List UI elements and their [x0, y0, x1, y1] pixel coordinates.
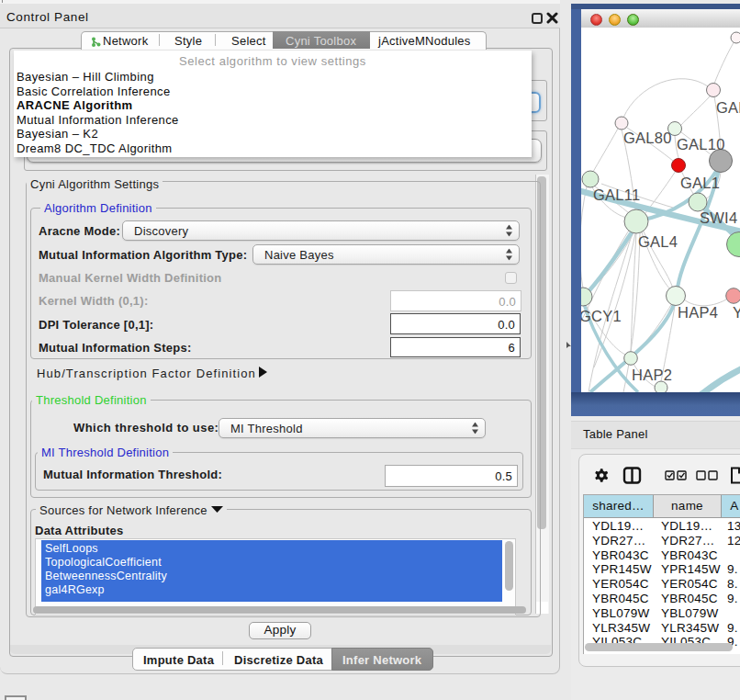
svg-text:HAP2: HAP2 [632, 367, 672, 383]
svg-text:GCY1: GCY1 [581, 308, 622, 324]
svg-text:SWI4: SWI4 [700, 209, 737, 226]
svg-text:GAL4: GAL4 [638, 233, 678, 250]
svg-text:Y: Y [733, 304, 740, 321]
svg-text:GAL: GAL [716, 99, 740, 116]
svg-text:GAL1: GAL1 [680, 175, 720, 191]
svg-text:HAP4: HAP4 [678, 304, 718, 321]
svg-text:GAL11: GAL11 [593, 186, 640, 203]
svg-text:GAL10: GAL10 [677, 136, 725, 152]
svg-text:GAL80: GAL80 [623, 130, 672, 146]
